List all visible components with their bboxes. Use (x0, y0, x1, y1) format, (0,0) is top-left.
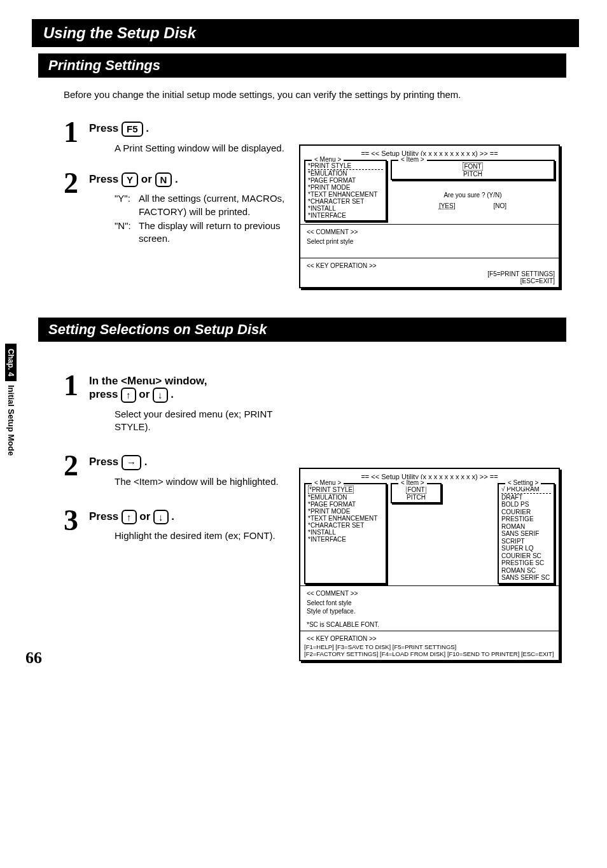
item-item: FONT (463, 162, 482, 171)
s2-step3-suffix: . (171, 510, 174, 522)
su2-keyops-line2: [F2=FACTORY SETTINGS] [F4=LOAD FROM DISK… (304, 650, 555, 657)
setting-item: COURIER SC (501, 552, 551, 560)
section2-step3: 3 Press ↑ or ↓ . Highlight the desired i… (64, 507, 299, 543)
keycap-arrow-down-icon: ↓ (153, 388, 168, 403)
s2-step2-desc: The <Item> window will be highlighted. (115, 475, 299, 488)
setting-item: SANS SERIF (501, 530, 551, 538)
setting-item: SUPER LQ (501, 545, 551, 552)
s2-step2-suffix: . (144, 456, 148, 468)
menu-item: *CHARACTER SET (308, 522, 383, 529)
menu-item: *TEXT ENHANCEMENT (308, 515, 383, 522)
step-number: 1 (64, 119, 89, 145)
su1-no: [NO] (494, 202, 507, 209)
su2-comment-line2: Style of typeface. (307, 608, 552, 615)
step1-desc: A Print Setting window will be displayed… (115, 142, 299, 155)
step2-or: or (141, 173, 155, 185)
s2-step3-prefix: Press (89, 510, 122, 522)
su1-key-right2: [ESC=EXIT] (304, 277, 555, 284)
su1-key-right1: [F5=PRINT SETTINGS] (304, 270, 555, 277)
menu-item: *EMULATION (308, 494, 383, 501)
item-item: PITCH (394, 494, 438, 501)
step2-row2-val: The display will return to previous scre… (139, 220, 299, 246)
menu-item: *INTERFACE (308, 536, 383, 543)
setup-utility-screenshot-2: == << Setup Utility (x x x x x x x x x x… (299, 468, 560, 661)
keycap-n: N (155, 172, 172, 188)
su2-menu-label: < Menu > (312, 479, 344, 486)
keycap-arrow-down-icon: ↓ (153, 510, 169, 525)
setting-item: DRAFT (501, 494, 551, 501)
item-item: FONT (406, 486, 426, 494)
menu-item: *PRINT STYLE (308, 486, 354, 494)
step1-head-suffix: . (146, 122, 149, 134)
menu-item: *PAGE FORMAT (308, 501, 383, 508)
su1-item-panel: < Item > FONT PITCH (391, 160, 555, 180)
setup-utility-screenshot-1: == << Setup Utility (x x x x x x x x x x… (299, 144, 560, 288)
setting-item: ROMAN (501, 523, 551, 531)
s2-step3-desc: Highlight the desired item (ex; FONT). (115, 529, 299, 542)
step2-row2-key: "N": (115, 220, 139, 246)
s2-step2-prefix: Press (89, 456, 122, 468)
su2-note-sc: *SC is SCALABLE FONT. (307, 621, 552, 628)
menu-item: *INSTALL (308, 205, 383, 212)
page-title-bar: Using the Setup Disk (32, 19, 579, 47)
su1-item-label: < Item > (398, 156, 427, 163)
su2-comment-line1: Select font style (307, 599, 552, 606)
s2-step3-or: or (139, 510, 153, 522)
s2-step1-desc: Select your desired menu (ex; PRINT STYL… (115, 408, 299, 434)
section2-step1: 1 In the <Menu> window, press ↑ or ↓ . S… (64, 372, 299, 433)
menu-item: *CHARACTER SET (308, 198, 383, 205)
section-setting-selections-title: Setting Selections on Setup Disk (38, 318, 566, 342)
su2-setting-label: < Setting > (505, 479, 541, 487)
item-item: PITCH (394, 171, 551, 178)
keycap-f5: F5 (122, 122, 143, 137)
step-number: 3 (64, 507, 89, 533)
setting-item: SANS SERIF SC (501, 574, 551, 582)
setting-item: COURIER (501, 508, 551, 516)
s2-step1-or: or (139, 388, 153, 400)
menu-item: *TEXT ENHANCEMENT (308, 191, 383, 198)
step-number: 1 (64, 372, 89, 398)
menu-item: *INTERFACE (308, 212, 383, 219)
su2-comment-label: << COMMENT >> (307, 590, 358, 597)
step-number: 2 (64, 452, 89, 479)
setting-item: PRESTIGE (501, 515, 551, 523)
su2-item-label: < Item > (398, 479, 427, 486)
keycap-y: Y (122, 172, 138, 188)
setting-item: ROMAN SC (501, 567, 551, 575)
section1-step2: 2 Press Y or N . "Y": All the settings (… (64, 170, 299, 247)
menu-item: *PAGE FORMAT (308, 177, 383, 184)
setting-item: PRESTIGE SC (501, 559, 551, 567)
step2-row1-val: All the settings (current, MACROs, FACTO… (139, 192, 299, 218)
su1-comment-text: Select print style (307, 238, 552, 245)
su1-menu-label: < Menu > (312, 156, 344, 163)
su1-menu-panel: < Menu > *PRINT STYLE *EMULATION *PAGE F… (304, 160, 387, 221)
s2-step1-prefix: press (89, 388, 121, 400)
page-title: Using the Setup Disk (43, 24, 196, 41)
section1-step1: 1 Press F5 . A Print Setting window will… (64, 119, 299, 155)
setting-item: BOLD PS (501, 501, 551, 508)
section1-intro: Before you change the initial setup mode… (64, 89, 582, 100)
menu-item: *INSTALL (308, 529, 383, 536)
su2-keyop-label: << KEY OPERATION >> (307, 635, 377, 642)
setting-item: SCRIPT (501, 538, 551, 545)
step2-head-prefix: Press (89, 173, 122, 185)
keycap-arrow-up-icon: ↑ (121, 388, 136, 403)
su1-comment-label: << COMMENT >> (307, 228, 358, 235)
side-tab-chapter: Chap. 4 (5, 344, 17, 381)
step-number: 2 (64, 170, 89, 196)
su1-keyop-label: << KEY OPERATION >> (307, 262, 377, 269)
step2-row1-key: "Y": (115, 192, 139, 218)
section2-step2: 2 Press → . The <Item> window will be hi… (64, 452, 299, 488)
menu-item: *PRINT MODE (308, 184, 383, 191)
keycap-arrow-up-icon: ↑ (122, 510, 137, 525)
keycap-arrow-right-icon: → (122, 455, 141, 470)
side-tab-section: Initial Setup Mode (5, 381, 17, 459)
su2-setting-panel: < Setting > √ PROGRAM DRAFT BOLD PS COUR… (498, 483, 555, 584)
su1-prompt: Are you sure ? (Y/N) (391, 192, 555, 199)
s2-step1-line1: In the <Menu> window, (89, 375, 299, 388)
su2-item-panel: < Item > FONT PITCH (391, 483, 442, 503)
su2-keyops-line1: [F1=HELP] [F3=SAVE TO DISK] [F5=PRINT SE… (304, 643, 555, 650)
chapter-side-tab: Chap. 4 Initial Setup Mode (3, 344, 19, 535)
menu-item: *PRINT STYLE (308, 162, 383, 170)
menu-item: *EMULATION (308, 170, 383, 177)
